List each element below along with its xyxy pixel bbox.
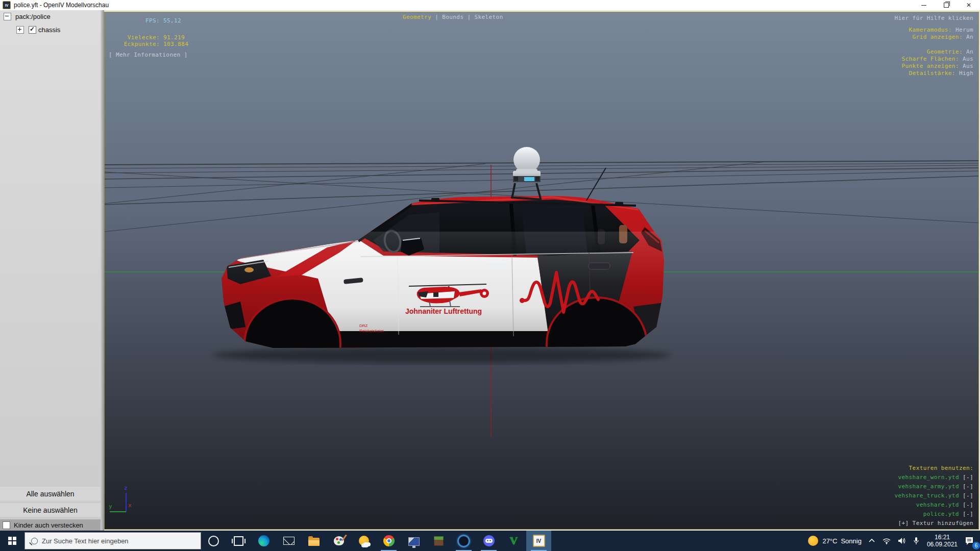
taskbar-icon-explorer[interactable] <box>301 531 326 551</box>
texture-remove-button[interactable]: [-] <box>959 483 973 490</box>
openiv-app-icon: IV <box>3 1 11 9</box>
weather-label: Sonnig <box>841 537 861 545</box>
texture-item: vehshare_army.ytd [-] <box>895 483 974 492</box>
more-info-link[interactable]: [ Mehr Informationen ] <box>108 52 188 58</box>
start-button[interactable] <box>0 531 24 551</box>
taskbar-icon-gtav[interactable]: V <box>501 531 526 551</box>
texture-item: vehshare.ytd [-] <box>895 502 974 511</box>
mode-tab-geometry[interactable]: Geometry <box>403 14 431 20</box>
clock[interactable]: 16:21 06.09.2021 <box>923 534 962 548</box>
search-placeholder: Zur Suche Text hier eingeben <box>42 537 129 545</box>
taskbar: Zur Suche Text hier eingeben VIV 27°C So… <box>0 531 980 551</box>
volume-button[interactable] <box>894 531 910 551</box>
tray-expand-button[interactable] <box>865 531 879 551</box>
search-icon <box>31 538 38 544</box>
texture-item: vehshare_worn.ytd [-] <box>895 474 974 483</box>
model-viewport[interactable]: Johnaniter Luftrettung DRZ Reichelsheim <box>104 12 979 530</box>
model-tree-panel: pack:/police chassis Alle auswählen Kein… <box>0 10 101 531</box>
texture-name: vehshare_truck.ytd <box>895 492 959 499</box>
mail-icon <box>283 537 295 545</box>
texture-item: vehshare_truck.ytd [-] <box>895 492 974 502</box>
panel-divider <box>101 10 104 531</box>
speaker-icon <box>897 537 906 545</box>
axis-y-label: y <box>109 503 112 510</box>
taskbar-icon-discord[interactable] <box>476 531 501 551</box>
texture-name: vehshare_worn.ytd <box>898 474 959 481</box>
select-all-button[interactable]: Alle auswählen <box>0 487 101 500</box>
taskbar-icon-edge[interactable] <box>251 531 276 551</box>
mode-tabs: Geometry | Bounds | Skeleton <box>403 14 503 20</box>
taskbar-icon-circleapp[interactable] <box>451 531 476 551</box>
system-tray: 27°C Sonnig <box>805 531 980 551</box>
mode-separator: | <box>463 14 474 20</box>
taskbar-icon-minecraft[interactable] <box>426 531 451 551</box>
mode-separator: | <box>431 14 442 20</box>
taskbar-icon-taskview[interactable] <box>226 531 251 551</box>
texture-remove-button[interactable]: [-] <box>959 511 973 517</box>
texture-name: vehshare_army.ytd <box>898 483 959 490</box>
collapse-icon[interactable] <box>4 13 11 20</box>
cortana-icon <box>208 536 219 546</box>
chrome-icon <box>383 535 395 546</box>
hide-children-label: Kinder auch verstecken <box>14 521 83 529</box>
paint-icon <box>334 536 344 545</box>
weather-widget[interactable]: 27°C Sonnig <box>805 531 865 551</box>
texture-remove-button[interactable]: [-] <box>959 502 973 508</box>
taskbar-icon-cortana[interactable] <box>201 531 226 551</box>
select-none-button[interactable]: Keine auswählen <box>0 503 101 517</box>
tree-item-chassis[interactable]: chassis <box>16 26 60 34</box>
chassis-checkbox[interactable] <box>29 26 36 34</box>
taskbar-icon-rdp[interactable] <box>401 531 426 551</box>
fender-decal-line1: DRZ <box>359 323 368 328</box>
car-shadow <box>212 347 671 363</box>
time-label: 16:21 <box>927 534 958 541</box>
roof-dome-light <box>511 147 542 199</box>
notification-button[interactable]: 6 <box>962 531 978 551</box>
hide-children-row[interactable]: Kinder auch verstecken <box>0 519 101 531</box>
chassis-label[interactable]: chassis <box>38 26 60 34</box>
discord-icon <box>483 535 495 546</box>
window-title: police.yft - OpenIV Modellvorschau <box>14 2 109 9</box>
axis-z-label: z <box>124 485 128 491</box>
weather-icon <box>359 536 369 546</box>
mode-tab-bounds[interactable]: Bounds <box>442 14 463 20</box>
app-window: IV police.yft - OpenIV Modellvorschau ✕ … <box>0 0 980 551</box>
settings-overlay: Kameramodus: HerumGrid anzeigen: AnGeome… <box>902 27 973 77</box>
taskbar-icon-paint[interactable] <box>326 531 351 551</box>
tree-item-root[interactable]: pack:/police <box>4 13 51 20</box>
taskbar-icon-chrome[interactable] <box>376 531 401 551</box>
restore-button[interactable] <box>935 0 958 10</box>
network-button[interactable] <box>879 531 894 551</box>
antenna <box>586 168 606 201</box>
gtav-icon: V <box>510 535 518 546</box>
texture-name: vehshare.ytd <box>916 502 959 508</box>
minimize-button[interactable] <box>913 0 935 10</box>
expand-icon[interactable] <box>16 26 24 34</box>
openiv-icon: IV <box>533 535 545 547</box>
taskview-icon <box>234 536 243 546</box>
tree-root-label[interactable]: pack:/police <box>15 13 51 20</box>
explorer-icon <box>308 538 320 546</box>
setting-row: Kameramodus: Herum <box>902 27 973 34</box>
search-input[interactable]: Zur Suche Text hier eingeben <box>24 532 201 549</box>
title-bar: IV police.yft - OpenIV Modellvorschau ✕ <box>0 0 980 11</box>
texture-list: Texturen benutzen:vehshare_worn.ytd [-]v… <box>895 465 974 529</box>
stats-overlay: FPS:55,12Vielecke:91.219Eckpunkte:103.88… <box>108 17 188 58</box>
car-model[interactable]: Johnaniter Luftrettung DRZ Reichelsheim <box>105 12 979 530</box>
taskbar-icon-openiv[interactable]: IV <box>526 531 551 551</box>
texture-remove-button[interactable]: [-] <box>959 492 973 499</box>
help-link[interactable]: Hier für Hilfe klicken <box>895 15 974 21</box>
taskbar-icon-mail[interactable] <box>276 531 301 551</box>
mode-tab-skeleton[interactable]: Skeleton <box>474 14 503 20</box>
axis-gizmo: z y x <box>105 482 140 529</box>
hide-children-checkbox[interactable] <box>3 521 10 529</box>
circleapp-icon <box>457 535 470 547</box>
microphone-button[interactable] <box>910 531 923 551</box>
close-button[interactable]: ✕ <box>958 0 980 10</box>
texture-add-button[interactable]: [+] Textur hinzufügen <box>895 520 974 529</box>
edge-icon <box>258 535 270 546</box>
taskbar-icon-weather[interactable] <box>351 531 376 551</box>
texture-remove-button[interactable]: [-] <box>959 474 973 481</box>
stat-row: FPS:55,12 <box>108 17 188 24</box>
texture-name: police.ytd <box>923 511 959 517</box>
